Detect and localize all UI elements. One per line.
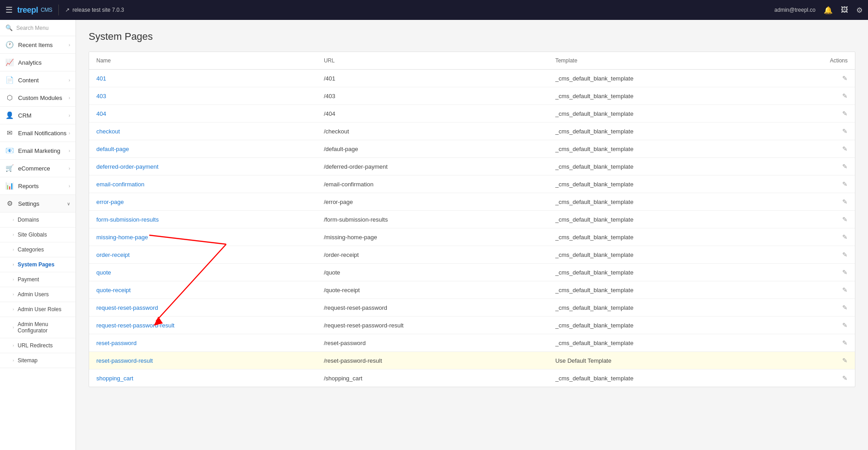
sidebar-sub-item-site-globals[interactable]: › Site Globals xyxy=(0,227,76,242)
edit-icon[interactable]: ✎ xyxy=(842,251,848,258)
cell-name[interactable]: order-receipt xyxy=(89,246,317,264)
sidebar-item-analytics[interactable]: 📈 Analytics xyxy=(0,54,76,71)
chevron-right-icon: › xyxy=(69,43,70,47)
chevron-right-icon: › xyxy=(69,184,70,189)
cell-name[interactable]: deferred-order-payment xyxy=(89,158,317,175)
edit-icon[interactable]: ✎ xyxy=(842,198,848,205)
sidebar-item-email-marketing[interactable]: 📧 Email Marketing › xyxy=(0,142,76,160)
sidebar-sub-item-url-redirects[interactable]: › URL Redirects xyxy=(0,338,76,353)
sidebar-item-email-notifications[interactable]: ✉ Email Notifications › xyxy=(0,124,76,142)
edit-icon[interactable]: ✎ xyxy=(842,339,848,346)
edit-icon[interactable]: ✎ xyxy=(842,286,848,294)
cell-actions: ✎ xyxy=(776,334,855,352)
sidebar-item-settings[interactable]: ⚙ Settings ∨ xyxy=(0,195,76,213)
cell-name[interactable]: 401 xyxy=(89,70,317,87)
sidebar-sub-item-admin-users[interactable]: › Admin Users xyxy=(0,287,76,302)
navbar-right: admin@treepl.co 🔔 🖼 ⚙ xyxy=(774,6,863,14)
settings-icon[interactable]: ⚙ xyxy=(856,6,863,14)
sidebar-sub-item-admin-menu-configurator[interactable]: › Admin Menu Configurator xyxy=(0,317,76,338)
cell-name[interactable]: 404 xyxy=(89,105,317,123)
cell-template: _cms_default_blank_template xyxy=(548,246,776,264)
sidebar-sub-item-sitemap[interactable]: › Sitemap xyxy=(0,353,76,368)
table-row: quote/quote_cms_default_blank_template✎ xyxy=(89,264,855,281)
edit-icon[interactable]: ✎ xyxy=(842,128,848,135)
edit-icon[interactable]: ✎ xyxy=(842,216,848,223)
cell-url: /email-confirmation xyxy=(317,175,548,193)
cell-template: _cms_default_blank_template xyxy=(548,87,776,105)
sidebar-sub-item-system-pages[interactable]: › System Pages xyxy=(0,257,76,272)
sub-arrow-icon: › xyxy=(13,343,14,348)
cell-name[interactable]: 403 xyxy=(89,87,317,105)
cell-name[interactable]: reset-password xyxy=(89,334,317,352)
ecommerce-icon: 🛒 xyxy=(5,164,14,172)
sidebar-sub-item-payment[interactable]: › Payment xyxy=(0,272,76,287)
cell-actions: ✎ xyxy=(776,175,855,193)
table-row: reset-password/reset-password_cms_defaul… xyxy=(89,334,855,352)
sub-arrow-icon: › xyxy=(13,247,14,252)
cell-name[interactable]: reset-password-result xyxy=(89,352,317,369)
sidebar-item-recent-items[interactable]: 🕐 Recent Items › xyxy=(0,36,76,54)
cell-name[interactable]: checkout xyxy=(89,123,317,140)
sidebar-item-crm[interactable]: 👤 CRM › xyxy=(0,107,76,124)
cell-actions: ✎ xyxy=(776,264,855,281)
edit-icon[interactable]: ✎ xyxy=(842,92,848,99)
site-label: release test site 7.0.3 xyxy=(72,7,124,13)
image-icon[interactable]: 🖼 xyxy=(841,6,848,14)
cell-url: /403 xyxy=(317,87,548,105)
cell-name[interactable]: quote-receipt xyxy=(89,281,317,299)
table-row: checkout/checkout_cms_default_blank_temp… xyxy=(89,123,855,140)
sidebar-search[interactable]: 🔍 Search Menu xyxy=(0,20,76,36)
cell-actions: ✎ xyxy=(776,158,855,175)
chevron-right-icon: › xyxy=(69,78,70,83)
cell-url: /error-page xyxy=(317,193,548,211)
sidebar-item-reports[interactable]: 📊 Reports › xyxy=(0,177,76,195)
edit-icon[interactable]: ✎ xyxy=(842,145,848,152)
edit-icon[interactable]: ✎ xyxy=(842,269,848,276)
cell-template: _cms_default_blank_template xyxy=(548,369,776,387)
cell-actions: ✎ xyxy=(776,123,855,140)
cell-actions: ✎ xyxy=(776,228,855,246)
cell-name[interactable]: form-submission-results xyxy=(89,211,317,228)
sub-item-label: URL Redirects xyxy=(18,342,53,349)
cell-name[interactable]: shopping_cart xyxy=(89,369,317,387)
edit-icon[interactable]: ✎ xyxy=(842,163,848,170)
table-row: missing-home-page/missing-home-page_cms_… xyxy=(89,228,855,246)
edit-icon[interactable]: ✎ xyxy=(842,75,848,82)
edit-icon[interactable]: ✎ xyxy=(842,180,848,188)
cell-url: /401 xyxy=(317,70,548,87)
edit-icon[interactable]: ✎ xyxy=(842,233,848,241)
settings-nav-icon: ⚙ xyxy=(5,199,14,208)
cell-name[interactable]: error-page xyxy=(89,193,317,211)
cell-actions: ✎ xyxy=(776,369,855,387)
cell-name[interactable]: request-reset-password-result xyxy=(89,317,317,334)
edit-icon[interactable]: ✎ xyxy=(842,304,848,311)
table-header: Name URL Template Actions xyxy=(89,52,855,70)
reports-icon: 📊 xyxy=(5,182,14,190)
cell-name[interactable]: missing-home-page xyxy=(89,228,317,246)
sidebar-item-custom-modules[interactable]: ⬡ Custom Modules › xyxy=(0,89,76,107)
edit-icon[interactable]: ✎ xyxy=(842,110,848,117)
hamburger-icon[interactable]: ☰ xyxy=(5,5,13,15)
cell-template: _cms_default_blank_template xyxy=(548,317,776,334)
cell-name[interactable]: quote xyxy=(89,264,317,281)
chevron-right-icon: › xyxy=(69,166,70,171)
sidebar-sub-item-categories[interactable]: › Categories xyxy=(0,242,76,257)
cell-name[interactable]: email-confirmation xyxy=(89,175,317,193)
cell-template: _cms_default_blank_template xyxy=(548,211,776,228)
edit-icon[interactable]: ✎ xyxy=(842,322,848,329)
edit-icon[interactable]: ✎ xyxy=(842,374,848,382)
cell-actions: ✎ xyxy=(776,140,855,158)
sub-item-label: Categories xyxy=(18,246,44,253)
table-row: form-submission-results/form-submission-… xyxy=(89,211,855,228)
sidebar-sub-item-domains[interactable]: › Domains xyxy=(0,213,76,227)
cell-name[interactable]: request-reset-password xyxy=(89,299,317,317)
cell-name[interactable]: default-page xyxy=(89,140,317,158)
sidebar-item-ecommerce[interactable]: 🛒 eCommerce › xyxy=(0,160,76,177)
sidebar-sub-item-admin-user-roles[interactable]: › Admin User Roles xyxy=(0,302,76,317)
cell-url: /order-receipt xyxy=(317,246,548,264)
bell-icon[interactable]: 🔔 xyxy=(824,6,833,14)
main-content: System Pages Name URL Template Actions 4… xyxy=(76,20,868,450)
edit-icon[interactable]: ✎ xyxy=(842,357,848,364)
sidebar-item-content[interactable]: 📄 Content › xyxy=(0,71,76,89)
cell-actions: ✎ xyxy=(776,105,855,123)
